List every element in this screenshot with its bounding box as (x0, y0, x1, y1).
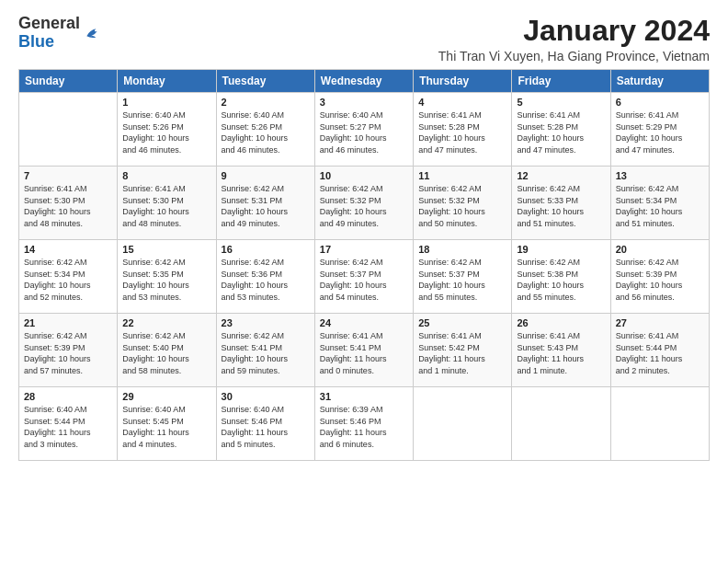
day-info: Sunrise: 6:42 AM Sunset: 5:36 PM Dayligh… (222, 257, 310, 303)
calendar-cell: 20Sunrise: 6:42 AM Sunset: 5:39 PM Dayli… (610, 240, 709, 314)
day-number: 18 (418, 244, 506, 255)
day-info: Sunrise: 6:41 AM Sunset: 5:30 PM Dayligh… (122, 183, 210, 229)
day-info: Sunrise: 6:40 AM Sunset: 5:46 PM Dayligh… (222, 404, 310, 450)
day-number: 4 (418, 97, 506, 108)
calendar-cell: 7Sunrise: 6:41 AM Sunset: 5:30 PM Daylig… (19, 167, 118, 240)
day-info: Sunrise: 6:42 AM Sunset: 5:39 PM Dayligh… (616, 257, 704, 303)
day-info: Sunrise: 6:40 AM Sunset: 5:45 PM Dayligh… (122, 404, 210, 450)
day-info: Sunrise: 6:41 AM Sunset: 5:30 PM Dayligh… (24, 183, 112, 229)
column-header-tuesday: Tuesday (216, 70, 314, 93)
day-number: 15 (122, 244, 210, 255)
day-number: 20 (616, 244, 704, 255)
calendar-cell: 4Sunrise: 6:41 AM Sunset: 5:28 PM Daylig… (414, 93, 512, 167)
day-number: 14 (24, 244, 112, 255)
calendar-cell: 3Sunrise: 6:40 AM Sunset: 5:27 PM Daylig… (314, 93, 413, 167)
calendar-cell: 22Sunrise: 6:42 AM Sunset: 5:40 PM Dayli… (118, 314, 216, 387)
day-info: Sunrise: 6:39 AM Sunset: 5:46 PM Dayligh… (320, 404, 408, 450)
calendar-cell: 2Sunrise: 6:40 AM Sunset: 5:26 PM Daylig… (216, 93, 314, 167)
logo-general: General (18, 14, 80, 32)
calendar-cell: 13Sunrise: 6:42 AM Sunset: 5:34 PM Dayli… (610, 167, 709, 240)
calendar-cell: 5Sunrise: 6:41 AM Sunset: 5:28 PM Daylig… (512, 93, 610, 167)
calendar-cell: 24Sunrise: 6:41 AM Sunset: 5:41 PM Dayli… (314, 314, 413, 387)
day-number: 9 (222, 170, 310, 181)
page: General Blue January 2024 Thi Tran Vi Xu… (0, 0, 728, 563)
day-number: 22 (122, 317, 210, 328)
column-header-friday: Friday (512, 70, 610, 93)
day-info: Sunrise: 6:42 AM Sunset: 5:32 PM Dayligh… (418, 183, 506, 229)
calendar-cell: 19Sunrise: 6:42 AM Sunset: 5:38 PM Dayli… (512, 240, 610, 314)
day-number: 24 (320, 317, 408, 328)
title-block: January 2024 Thi Tran Vi Xuyen, Ha Giang… (438, 15, 710, 63)
calendar-week-row: 28Sunrise: 6:40 AM Sunset: 5:44 PM Dayli… (19, 387, 710, 461)
day-number: 8 (122, 170, 210, 181)
day-number: 19 (517, 244, 605, 255)
day-number: 6 (616, 97, 704, 108)
calendar-cell: 15Sunrise: 6:42 AM Sunset: 5:35 PM Dayli… (118, 240, 216, 314)
calendar-cell: 29Sunrise: 6:40 AM Sunset: 5:45 PM Dayli… (118, 387, 216, 461)
day-number: 26 (517, 317, 605, 328)
day-info: Sunrise: 6:42 AM Sunset: 5:33 PM Dayligh… (517, 183, 605, 229)
day-info: Sunrise: 6:41 AM Sunset: 5:42 PM Dayligh… (418, 330, 506, 376)
calendar-table: SundayMondayTuesdayWednesdayThursdayFrid… (18, 69, 710, 461)
day-number: 30 (222, 391, 310, 402)
day-number: 25 (418, 317, 506, 328)
day-info: Sunrise: 6:41 AM Sunset: 5:41 PM Dayligh… (320, 330, 408, 376)
calendar-week-row: 7Sunrise: 6:41 AM Sunset: 5:30 PM Daylig… (19, 167, 710, 240)
day-number: 2 (222, 97, 310, 108)
column-header-wednesday: Wednesday (314, 70, 413, 93)
day-info: Sunrise: 6:41 AM Sunset: 5:28 PM Dayligh… (418, 109, 506, 155)
calendar-cell (19, 93, 118, 167)
calendar-week-row: 14Sunrise: 6:42 AM Sunset: 5:34 PM Dayli… (19, 240, 710, 314)
day-info: Sunrise: 6:40 AM Sunset: 5:27 PM Dayligh… (320, 109, 408, 155)
day-info: Sunrise: 6:40 AM Sunset: 5:26 PM Dayligh… (222, 109, 310, 155)
column-header-saturday: Saturday (610, 70, 709, 93)
calendar-cell: 23Sunrise: 6:42 AM Sunset: 5:41 PM Dayli… (216, 314, 314, 387)
calendar-cell: 16Sunrise: 6:42 AM Sunset: 5:36 PM Dayli… (216, 240, 314, 314)
calendar-cell: 28Sunrise: 6:40 AM Sunset: 5:44 PM Dayli… (19, 387, 118, 461)
calendar-cell: 31Sunrise: 6:39 AM Sunset: 5:46 PM Dayli… (314, 387, 413, 461)
day-info: Sunrise: 6:41 AM Sunset: 5:43 PM Dayligh… (517, 330, 605, 376)
day-number: 12 (517, 170, 605, 181)
calendar-cell: 9Sunrise: 6:42 AM Sunset: 5:31 PM Daylig… (216, 167, 314, 240)
calendar-cell: 6Sunrise: 6:41 AM Sunset: 5:29 PM Daylig… (610, 93, 709, 167)
calendar-cell: 25Sunrise: 6:41 AM Sunset: 5:42 PM Dayli… (414, 314, 512, 387)
day-info: Sunrise: 6:42 AM Sunset: 5:34 PM Dayligh… (616, 183, 704, 229)
calendar-header-row: SundayMondayTuesdayWednesdayThursdayFrid… (19, 70, 710, 93)
day-number: 17 (320, 244, 408, 255)
calendar-cell: 14Sunrise: 6:42 AM Sunset: 5:34 PM Dayli… (19, 240, 118, 314)
day-info: Sunrise: 6:42 AM Sunset: 5:37 PM Dayligh… (418, 257, 506, 303)
calendar-cell: 8Sunrise: 6:41 AM Sunset: 5:30 PM Daylig… (118, 167, 216, 240)
day-number: 10 (320, 170, 408, 181)
day-number: 27 (616, 317, 704, 328)
column-header-monday: Monday (118, 70, 216, 93)
calendar-cell: 26Sunrise: 6:41 AM Sunset: 5:43 PM Dayli… (512, 314, 610, 387)
day-info: Sunrise: 6:42 AM Sunset: 5:38 PM Dayligh… (517, 257, 605, 303)
calendar-cell: 18Sunrise: 6:42 AM Sunset: 5:37 PM Dayli… (414, 240, 512, 314)
calendar-cell: 21Sunrise: 6:42 AM Sunset: 5:39 PM Dayli… (19, 314, 118, 387)
day-info: Sunrise: 6:42 AM Sunset: 5:37 PM Dayligh… (320, 257, 408, 303)
calendar-cell: 12Sunrise: 6:42 AM Sunset: 5:33 PM Dayli… (512, 167, 610, 240)
day-info: Sunrise: 6:42 AM Sunset: 5:34 PM Dayligh… (24, 257, 112, 303)
day-info: Sunrise: 6:42 AM Sunset: 5:39 PM Dayligh… (24, 330, 112, 376)
day-number: 11 (418, 170, 506, 181)
day-number: 23 (222, 317, 310, 328)
day-info: Sunrise: 6:41 AM Sunset: 5:28 PM Dayligh… (517, 109, 605, 155)
month-title: January 2024 (438, 15, 710, 47)
day-number: 28 (24, 391, 112, 402)
header: General Blue January 2024 Thi Tran Vi Xu… (18, 15, 710, 63)
day-info: Sunrise: 6:40 AM Sunset: 5:26 PM Dayligh… (122, 109, 210, 155)
day-number: 13 (616, 170, 704, 181)
calendar-cell: 17Sunrise: 6:42 AM Sunset: 5:37 PM Dayli… (314, 240, 413, 314)
calendar-cell: 1Sunrise: 6:40 AM Sunset: 5:26 PM Daylig… (118, 93, 216, 167)
logo-blue: Blue (18, 32, 54, 51)
calendar-cell: 27Sunrise: 6:41 AM Sunset: 5:44 PM Dayli… (610, 314, 709, 387)
day-info: Sunrise: 6:41 AM Sunset: 5:29 PM Dayligh… (616, 109, 704, 155)
logo: General Blue (18, 15, 102, 52)
day-number: 3 (320, 97, 408, 108)
day-info: Sunrise: 6:42 AM Sunset: 5:31 PM Dayligh… (222, 183, 310, 229)
day-number: 29 (122, 391, 210, 402)
calendar-cell (512, 387, 610, 461)
day-info: Sunrise: 6:40 AM Sunset: 5:44 PM Dayligh… (24, 404, 112, 450)
logo-bird-icon (84, 24, 102, 42)
calendar-cell (414, 387, 512, 461)
